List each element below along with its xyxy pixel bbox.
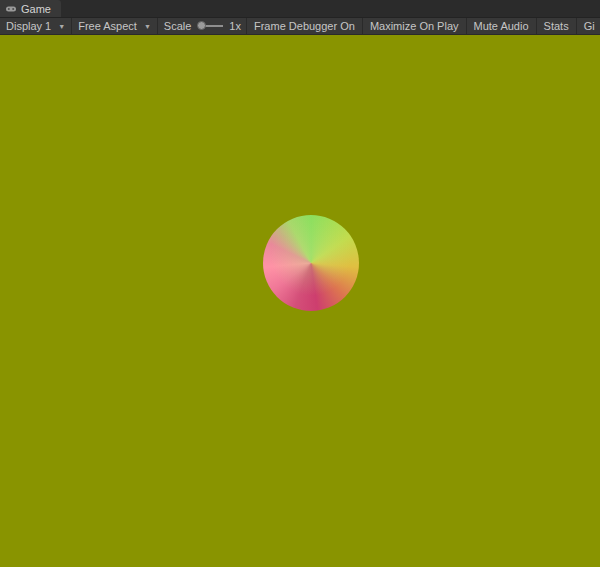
frame-debugger-button[interactable]: Frame Debugger On: [246, 18, 363, 34]
unity-game-window: Game Display 1 ▼ Free Aspect ▼ Scale 1x …: [0, 0, 600, 567]
tab-game[interactable]: Game: [0, 0, 61, 17]
sphere: [263, 215, 359, 311]
aspect-ratio-dropdown[interactable]: Free Aspect ▼: [72, 18, 158, 34]
scale-slider-knob[interactable]: [197, 21, 206, 30]
gizmos-label: Gi: [584, 20, 595, 32]
frame-debugger-label: Frame Debugger On: [254, 20, 355, 32]
display-dropdown-label: Display 1: [6, 20, 51, 32]
stats-button[interactable]: Stats: [537, 18, 577, 34]
display-dropdown[interactable]: Display 1 ▼: [0, 18, 72, 34]
scale-group: Scale 1x: [158, 18, 247, 34]
tab-label: Game: [21, 3, 51, 15]
mute-audio-button[interactable]: Mute Audio: [467, 18, 537, 34]
maximize-on-play-button[interactable]: Maximize On Play: [363, 18, 467, 34]
chevron-down-icon: ▼: [144, 23, 151, 30]
chevron-down-icon: ▼: [58, 23, 65, 30]
game-toolbar: Display 1 ▼ Free Aspect ▼ Scale 1x Frame…: [0, 18, 600, 35]
aspect-ratio-label: Free Aspect: [78, 20, 137, 32]
stats-label: Stats: [544, 20, 569, 32]
mute-audio-label: Mute Audio: [474, 20, 529, 32]
tab-bar: Game: [0, 0, 600, 18]
scale-slider[interactable]: [197, 21, 223, 31]
scale-value: 1x: [229, 20, 241, 32]
gizmos-button[interactable]: Gi: [577, 18, 600, 34]
game-viewport[interactable]: [0, 35, 600, 567]
game-view-icon: [5, 3, 17, 15]
scale-label: Scale: [164, 20, 192, 32]
maximize-on-play-label: Maximize On Play: [370, 20, 459, 32]
